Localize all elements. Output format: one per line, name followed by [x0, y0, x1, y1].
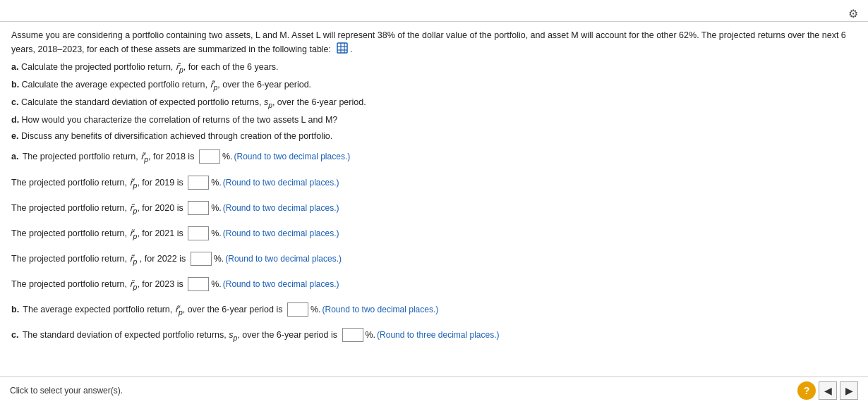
partb-input[interactable]	[287, 302, 308, 317]
q2022-input[interactable]	[191, 252, 212, 266]
partc-bold-label: c.	[11, 329, 18, 342]
q2018-input[interactable]	[199, 149, 220, 164]
part-b-desc: b. Calculate the average expected portfo…	[11, 78, 857, 93]
partc-input[interactable]	[342, 328, 363, 342]
gear-button[interactable]: ⚙	[848, 7, 858, 20]
q2020-prefix: The projected portfolio return, r̃p, for…	[11, 202, 186, 216]
q2020-suffix: %.	[211, 202, 222, 215]
q2019-suffix: %.	[211, 176, 222, 190]
bottom-nav-area: ? ◀ ▶	[797, 381, 858, 400]
q2018-suffix: %.	[222, 150, 233, 164]
gear-area: ⚙	[848, 7, 858, 20]
partb-hint: (Round to two decimal places.)	[323, 303, 439, 316]
partb-suffix: %.	[311, 303, 321, 317]
question-row-2023: The projected portfolio return, r̃p, for…	[11, 277, 857, 293]
q2023-prefix: The projected portfolio return, r̃p, for…	[11, 278, 186, 293]
q2020-input[interactable]	[188, 201, 209, 215]
q2019-prefix: The projected portfolio return, r̃p, for…	[11, 176, 186, 191]
partb-bold-label: b.	[11, 303, 19, 317]
bottom-bar: Click to select your answer(s). ? ◀ ▶	[0, 377, 868, 404]
partc-hint: (Round to three decimal places.)	[377, 329, 499, 341]
question-row-partb: b. The average expected portfolio return…	[11, 302, 857, 318]
q2023-input[interactable]	[188, 277, 209, 291]
q2021-suffix: %.	[211, 227, 222, 240]
questions-section: a. The projected portfolio return, r̃p, …	[11, 149, 857, 343]
q2021-hint: (Round to two decimal places.)	[223, 227, 339, 240]
q2018-bold-label: a.	[11, 150, 18, 164]
question-row-2021: The projected portfolio return, r̃p, for…	[11, 226, 857, 242]
click-to-select-text: Click to select your answer(s).	[10, 386, 123, 396]
part-e-desc: e. Discuss any benefits of diversificati…	[11, 130, 857, 143]
q2019-hint: (Round to two decimal places.)	[223, 176, 339, 189]
question-row-2022: The projected portfolio return, r̃p , fo…	[11, 252, 857, 267]
main-content: Assume you are considering a portfolio c…	[0, 21, 868, 360]
q2018-prefix: The projected portfolio return, r̃p, for…	[20, 150, 196, 165]
q2021-prefix: The projected portfolio return, r̃p, for…	[11, 227, 186, 242]
table-icon[interactable]	[337, 42, 348, 58]
q2023-hint: (Round to two decimal places.)	[223, 278, 339, 290]
question-row-partc: c. The standard deviation of expected po…	[11, 328, 857, 343]
partb-prefix: The average expected portfolio return, r…	[20, 303, 285, 318]
q2019-input[interactable]	[188, 176, 209, 190]
q2022-suffix: %.	[214, 252, 224, 266]
next-button[interactable]: ▶	[840, 381, 858, 400]
part-d-desc: d. How would you characterize the correl…	[11, 114, 857, 127]
q2022-hint: (Round to two decimal places.)	[225, 252, 342, 265]
q2020-hint: (Round to two decimal places.)	[223, 202, 339, 214]
help-button[interactable]: ?	[797, 381, 816, 400]
q2022-prefix: The projected portfolio return, r̃p , fo…	[11, 252, 188, 267]
part-a-desc: a. Calculate the projected portfolio ret…	[11, 61, 857, 75]
intro-paragraph: Assume you are considering a portfolio c…	[11, 29, 857, 58]
question-row-2019: The projected portfolio return, r̃p, for…	[11, 176, 857, 191]
q2021-input[interactable]	[188, 226, 209, 240]
prev-button[interactable]: ◀	[819, 381, 837, 400]
question-row-2020: The projected portfolio return, r̃p, for…	[11, 201, 857, 216]
q2023-suffix: %.	[211, 278, 222, 291]
svg-rect-0	[337, 43, 347, 53]
q2018-hint: (Round to two decimal places.)	[234, 150, 350, 163]
part-c-desc: c. Calculate the standard deviation of e…	[11, 96, 857, 111]
partc-suffix: %.	[366, 329, 376, 342]
question-row-2018: a. The projected portfolio return, r̃p, …	[11, 149, 857, 165]
problem-text: Assume you are considering a portfolio c…	[11, 29, 857, 142]
partc-prefix: The standard deviation of expected portf…	[20, 329, 339, 343]
